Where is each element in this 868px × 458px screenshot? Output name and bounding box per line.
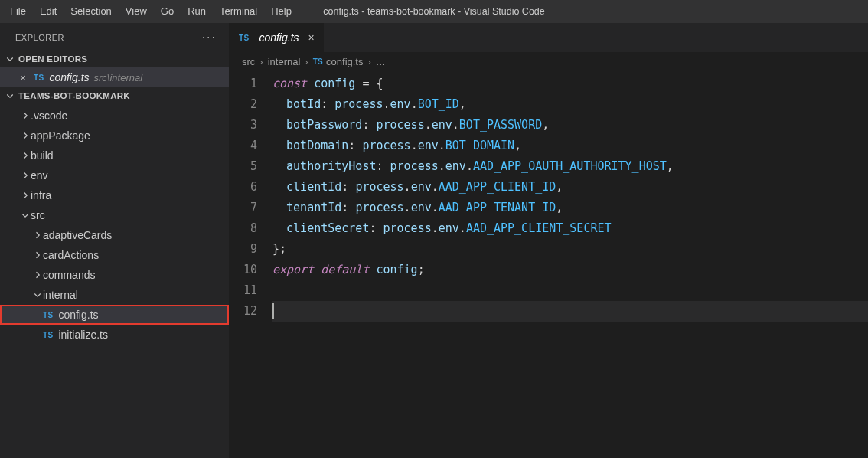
tree-item-label: env [31,169,48,182]
chevron-right-icon: › [305,56,308,67]
folder-item[interactable]: appPackage [0,126,229,146]
open-editor-path: src\internal [94,72,143,83]
explorer-title: EXPLORER [15,33,64,42]
menu-run[interactable]: Run [181,0,213,23]
ts-file-icon: TS [43,311,53,319]
code-line[interactable]: clientSecret: process.env.AAD_APP_CLIENT… [272,218,868,239]
code-line[interactable]: export default config; [272,260,868,280]
tree-item-label: src [31,209,45,221]
explorer-header: EXPLORER ··· [0,23,229,51]
folder-item[interactable]: adaptiveCards [0,225,229,245]
ts-file-icon: TS [239,34,249,42]
ts-file-icon: TS [34,74,44,82]
menu-terminal[interactable]: Terminal [213,0,264,23]
file-tree: .vscodeappPackagebuildenvinfrasrcadaptiv… [0,104,229,345]
breadcrumb[interactable]: src › internal › TS config.ts › … [230,52,868,72]
code-content[interactable]: const config = { botId: process.env.BOT_… [272,74,868,458]
code-line[interactable]: }; [272,239,868,260]
tree-item-label: adaptiveCards [43,229,112,241]
folder-item[interactable]: env [0,165,229,185]
chevron-right-icon [32,230,43,240]
folder-item[interactable]: internal [0,285,229,305]
ts-file-icon: TS [313,57,323,66]
code-editor[interactable]: 123456789101112 const config = { botId: … [230,72,868,458]
menu-bar: FileEditSelectionViewGoRunTerminalHelp c… [0,0,868,23]
line-number: 3 [230,115,257,136]
menu-selection[interactable]: Selection [64,0,118,23]
ts-file-icon: TS [43,331,53,339]
window-title: config.ts - teams-bot-bookmark - Visual … [323,6,544,17]
line-number: 8 [230,218,257,239]
tree-item-label: .vscode [31,110,67,122]
line-number: 5 [230,156,257,177]
chevron-right-icon [32,250,43,260]
file-item[interactable]: TSconfig.ts [0,305,229,325]
menu-view[interactable]: View [119,0,154,23]
tree-item-label: initialize.ts [58,329,108,341]
code-line[interactable]: botDomain: process.env.BOT_DOMAIN, [272,136,868,156]
folder-item[interactable]: build [0,146,229,165]
tree-item-label: appPackage [31,129,90,142]
menu-file[interactable]: File [3,0,33,23]
tree-item-label: cardActions [43,249,99,261]
code-line[interactable]: botPassword: process.env.BOT_PASSWORD, [272,115,868,136]
chevron-right-icon [20,190,31,201]
chevron-right-icon: › [259,56,263,67]
folder-item[interactable]: infra [0,185,229,205]
close-icon[interactable]: × [308,31,315,44]
tree-item-label: build [31,149,54,162]
explorer-sidebar: EXPLORER ··· OPEN EDITORS × TS config.ts… [0,23,230,458]
current-line-highlight [272,301,868,322]
chevron-down-icon [5,90,15,101]
editor-tab[interactable]: TS config.ts × [230,23,325,52]
workspace-label: TEAMS-BOT-BOOKMARK [18,91,130,100]
menu-help[interactable]: Help [264,0,299,23]
menu-go[interactable]: Go [154,0,181,23]
tab-bar: TS config.ts × [230,23,868,52]
breadcrumb-segment[interactable]: internal [268,56,301,67]
folder-item[interactable]: .vscode [0,106,229,126]
line-number: 10 [230,260,257,280]
line-number: 11 [230,280,257,301]
chevron-right-icon: › [367,56,370,67]
open-editor-item[interactable]: × TS config.ts src\internal [0,67,229,87]
code-line[interactable]: clientId: process.env.AAD_APP_CLIENT_ID, [272,177,868,198]
main-area: EXPLORER ··· OPEN EDITORS × TS config.ts… [0,23,868,458]
breadcrumb-segment[interactable]: src [242,56,255,67]
line-number: 12 [230,301,257,322]
chevron-down-icon [32,290,43,300]
chevron-down-icon [5,54,15,64]
chevron-right-icon [20,130,31,141]
folder-item[interactable]: src [0,205,229,225]
tree-item-label: infra [31,189,51,201]
editor-area: TS config.ts × src › internal › TS confi… [230,23,868,458]
text-cursor [272,303,274,319]
breadcrumb-file[interactable]: config.ts [326,56,363,67]
menu-edit[interactable]: Edit [33,0,64,23]
tree-item-label: commands [43,269,95,281]
line-number-gutter: 123456789101112 [230,74,272,458]
tree-item-label: internal [43,289,78,301]
code-line[interactable]: tenantId: process.env.AAD_APP_TENANT_ID, [272,198,868,218]
code-line[interactable]: botId: process.env.BOT_ID, [272,94,868,115]
chevron-right-icon [20,110,31,121]
explorer-more-icon[interactable]: ··· [202,31,217,44]
code-line[interactable]: authorityHost: process.env.AAD_APP_OAUTH… [272,156,868,177]
chevron-right-icon [20,170,31,181]
open-editors-label: OPEN EDITORS [18,54,87,64]
folder-item[interactable]: cardActions [0,245,229,265]
workspace-section[interactable]: TEAMS-BOT-BOOKMARK [0,87,229,104]
tab-filename: config.ts [259,31,299,44]
chevron-right-icon [20,150,31,161]
open-editor-filename: config.ts [49,71,89,83]
folder-item[interactable]: commands [0,265,229,285]
open-editors-section[interactable]: OPEN EDITORS [0,51,229,67]
line-number: 4 [230,136,257,156]
tree-item-label: config.ts [58,309,98,321]
file-item[interactable]: TSinitialize.ts [0,325,229,345]
code-line[interactable]: const config = { [272,74,868,94]
line-number: 1 [230,74,257,94]
breadcrumb-tail[interactable]: … [376,56,386,67]
line-number: 6 [230,177,257,198]
close-icon[interactable]: × [17,72,29,83]
